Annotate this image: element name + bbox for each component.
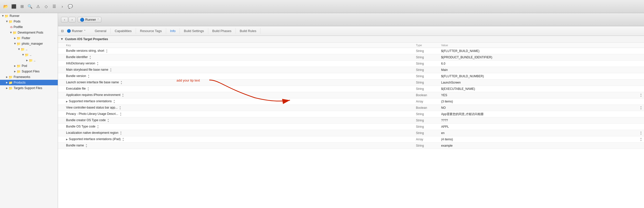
key-stepper-icon[interactable]: ▲▼	[119, 106, 121, 110]
value-cell[interactable]: ????	[439, 117, 644, 124]
key-stepper-icon[interactable]: ▲▼	[85, 143, 87, 148]
sidebar-item-photo-manager[interactable]: ▶ 📁 photo_manager	[0, 41, 58, 46]
chevron-right-icon[interactable]: ›	[60, 4, 65, 9]
table-row[interactable]: Launch screen interface file base name▲▼…	[58, 80, 644, 86]
key-stepper-icon[interactable]: ▲▼	[113, 99, 115, 104]
table-row[interactable]: Bundle name▲▼Stringexample	[58, 143, 644, 149]
sidebar-item-dotdot2[interactable]: ▶ 📁 ..	[0, 52, 58, 58]
sidebar-item-targets-support[interactable]: ▶ 📁 Targets Support Files	[0, 85, 58, 91]
value-stepper-icon[interactable]: ▲▼	[640, 93, 642, 97]
key-stepper-icon[interactable]: ▲▼	[120, 80, 122, 85]
table-row[interactable]: Bundle creator OS Type code▲▼String????	[58, 117, 644, 124]
value-label: ????	[441, 119, 448, 122]
warning-icon[interactable]: ⚠	[35, 4, 41, 9]
sidebar-item-frameworks[interactable]: ▶ 📁 Frameworks	[0, 74, 58, 80]
type-cell: String	[414, 124, 439, 130]
key-stepper-icon[interactable]: ▲▼	[87, 74, 90, 79]
table-row[interactable]: Localization native development region▲▼…	[58, 130, 644, 136]
key-stepper-icon[interactable]: ▲▼	[122, 137, 124, 142]
table-row[interactable]: Bundle versions string, short▲▼String$(F…	[58, 48, 644, 54]
key-stepper-icon[interactable]: ▲▼	[110, 68, 112, 72]
section-triangle-icon[interactable]: ▶	[61, 38, 63, 40]
tab-build-rules[interactable]: Build Rules	[236, 28, 261, 34]
value-cell[interactable]: YES▲▼	[439, 92, 644, 98]
expand-triangle-icon[interactable]: ▶	[66, 100, 68, 103]
table-row[interactable]: Bundle OS Type code▲▼StringAPPL	[58, 124, 644, 130]
value-cell[interactable]: $(FLUTTER_BUILD_NUMBER)	[439, 73, 644, 80]
table-row[interactable]: Application requires iPhone environment▲…	[58, 92, 644, 98]
scheme-selector[interactable]: 🔵 Runner ⌃	[78, 17, 101, 22]
sidebar-item-dev-pods[interactable]: ▶ 📁 Development Pods	[0, 30, 58, 35]
properties-table-body: Bundle versions string, short▲▼String$(F…	[58, 48, 644, 149]
value-stepper-icon[interactable]: ▲▼	[640, 137, 642, 142]
sidebar-item-podfile[interactable]: rb Podfile	[0, 24, 58, 30]
sidebar-item-pods[interactable]: ▶ 📁 Pods	[0, 19, 58, 24]
stop-icon[interactable]: ⬛	[11, 4, 17, 9]
value-cell[interactable]: (3 items)	[439, 98, 644, 105]
value-cell[interactable]: App需要您的同意,才能访问相册	[439, 111, 644, 117]
tab-info[interactable]: Info	[166, 28, 180, 34]
table-row[interactable]: ▶Supported interface orientations (iPad)…	[58, 136, 644, 143]
key-stepper-icon[interactable]: ▲▼	[122, 93, 124, 97]
expand-triangle-icon[interactable]: ▶	[66, 138, 68, 141]
tab-build-settings[interactable]: Build Settings	[180, 28, 208, 34]
nav-forward-button[interactable]: ›	[69, 17, 76, 22]
tab-general[interactable]: General	[91, 28, 111, 34]
table-row[interactable]: Bundle identifier▲▼String$(PRODUCT_BUNDL…	[58, 54, 644, 61]
value-cell[interactable]: APPL	[439, 124, 644, 130]
sidebar-item-support-files[interactable]: ▶ 📁 Support Files	[0, 69, 58, 74]
value-cell[interactable]: en▲▼	[439, 130, 644, 136]
value-cell[interactable]: LaunchScreen	[439, 80, 644, 86]
grid-icon[interactable]: ⊞	[19, 4, 25, 9]
key-cell: Main storyboard file base name▲▼	[58, 67, 414, 73]
key-stepper-icon[interactable]: ▲▼	[120, 112, 122, 116]
value-label: $(EXECUTABLE_NAME)	[441, 87, 475, 91]
table-row[interactable]: ▶Supported interface orientations▲▼Array…	[58, 98, 644, 105]
table-row[interactable]: Executable file▲▼String$(EXECUTABLE_NAME…	[58, 86, 644, 92]
diamond-icon[interactable]: ◇	[43, 4, 49, 9]
sidebar-item-runner[interactable]: ▶ 📁 Runner	[0, 13, 58, 19]
tab-resource-tags[interactable]: Resource Tags	[136, 28, 166, 34]
table-row[interactable]: View controller-based status bar app...▲…	[58, 105, 644, 111]
value-cell[interactable]: $(PRODUCT_BUNDLE_IDENTIFIER)	[439, 54, 644, 61]
key-stepper-icon[interactable]: ▲▼	[97, 124, 99, 129]
runner-breadcrumb[interactable]: 🔵 Runner ⌃	[67, 29, 86, 33]
key-stepper-icon[interactable]: ▲▼	[106, 49, 108, 53]
expand-icon: ▶	[26, 59, 28, 62]
key-stepper-icon[interactable]: ▲▼	[120, 131, 122, 135]
sidebar-item-dotdot1[interactable]: ▶ 📁 ..	[0, 46, 58, 52]
tab-build-phases[interactable]: Build Phases	[208, 28, 236, 34]
value-label: $(FLUTTER_BUILD_NAME)	[441, 49, 480, 53]
list-icon[interactable]: ☰	[51, 4, 57, 9]
table-row[interactable]: InfoDictionary version▲▼String6.0	[58, 61, 644, 67]
value-cell[interactable]: $(FLUTTER_BUILD_NAME)	[439, 48, 644, 54]
nav-back-button[interactable]: ‹	[61, 17, 68, 22]
value-cell[interactable]: 6.0	[439, 61, 644, 67]
type-cell: Boolean	[414, 105, 439, 111]
search-icon[interactable]: 🔍	[27, 4, 33, 9]
value-cell[interactable]: $(EXECUTABLE_NAME)	[439, 86, 644, 92]
value-stepper-icon[interactable]: ▲▼	[640, 106, 642, 110]
key-stepper-icon[interactable]: ▲▼	[89, 55, 91, 60]
table-row[interactable]: Main storyboard file base name▲▼StringMa…	[58, 67, 644, 73]
value-cell[interactable]: Main	[439, 67, 644, 73]
sidebar-item-dotdot3[interactable]: ▶ 📁 ..	[0, 58, 58, 63]
key-stepper-icon[interactable]: ▲▼	[87, 87, 89, 91]
value-cell[interactable]: example	[439, 143, 644, 149]
table-row[interactable]: Bundle version▲▼String$(FLUTTER_BUILD_NU…	[58, 73, 644, 80]
tab-capabilities[interactable]: Capabilities	[111, 28, 136, 34]
key-stepper-icon[interactable]: ▲▼	[107, 118, 109, 123]
value-cell[interactable]: NO▲▼	[439, 105, 644, 111]
sidebar-item-products[interactable]: ▶ 📁 Products	[0, 80, 58, 85]
chat-icon[interactable]: 💬	[68, 4, 73, 9]
value-stepper-icon[interactable]: ▲▼	[640, 131, 642, 135]
value-label: (3 items)	[441, 100, 453, 103]
table-row[interactable]: Privacy - Photo Library Usage Descri...▲…	[58, 111, 644, 117]
value-cell[interactable]: (4 items)▲▼	[439, 136, 644, 143]
toolbar-icons: 📂 ⬛ ⊞ 🔍 ⚠ ◇ ☰ › 💬	[3, 4, 73, 9]
key-stepper-icon[interactable]: ▲▼	[97, 61, 99, 66]
sidebar-toggle-button[interactable]: ⊟	[61, 29, 64, 33]
sidebar-item-pod[interactable]: ▶ 📁 Pod	[0, 63, 58, 69]
folder-icon[interactable]: 📂	[3, 4, 9, 9]
sidebar-item-flutter[interactable]: ▶ 📁 Flutter	[0, 35, 58, 41]
